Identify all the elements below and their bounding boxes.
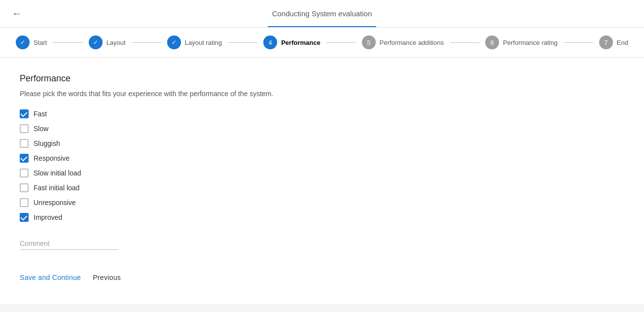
section-title: Performance	[20, 73, 624, 84]
checkbox-list: FastSlowSluggishResponsiveSlow initial l…	[20, 109, 624, 222]
title-underline	[268, 26, 376, 27]
checkbox-item-responsive[interactable]: Responsive	[20, 154, 624, 163]
checkbox-label-fast-initial-load: Fast initial load	[34, 184, 79, 192]
step-7[interactable]: 7End	[599, 35, 628, 49]
checkbox-item-improved[interactable]: Improved	[20, 213, 624, 222]
step-1[interactable]: ✓Start	[16, 35, 47, 49]
checkbox-box-sluggish	[20, 139, 29, 148]
checkbox-label-fast: Fast	[34, 110, 47, 118]
step-connector	[228, 42, 257, 43]
comment-field	[20, 238, 624, 250]
step-circle-1: ✓	[16, 35, 30, 49]
step-connector	[326, 42, 356, 43]
checkbox-box-fast-initial-load	[20, 183, 29, 192]
checkbox-box-fast	[20, 109, 29, 118]
step-connector	[132, 42, 161, 43]
step-circle-5: 5	[362, 35, 376, 49]
checkbox-label-unresponsive: Unresponsive	[34, 199, 76, 207]
checkbox-box-responsive	[20, 154, 29, 163]
step-circle-4: 4	[263, 35, 277, 49]
main-content: Performance Please pick the words that f…	[0, 58, 644, 304]
step-4[interactable]: 4Performance	[263, 35, 320, 49]
step-label-2: Layout	[107, 39, 126, 46]
step-label-4: Performance	[281, 39, 320, 46]
step-circle-7: 7	[599, 35, 613, 49]
previous-button[interactable]: Previous	[93, 270, 121, 285]
checkbox-box-improved	[20, 213, 29, 222]
step-label-5: Performance additions	[380, 39, 444, 46]
top-bar: ← Conducting System evaluation	[0, 0, 644, 28]
step-connector	[564, 42, 593, 43]
checkbox-item-slow[interactable]: Slow	[20, 124, 624, 133]
step-label-3: Layout rating	[185, 39, 222, 46]
checkbox-label-improved: Improved	[34, 213, 62, 221]
step-2[interactable]: ✓Layout	[89, 35, 126, 49]
checkbox-label-slow-initial-load: Slow initial load	[34, 169, 81, 177]
page-title: Conducting System evaluation	[272, 9, 372, 18]
checkbox-label-slow: Slow	[34, 125, 48, 133]
checkbox-label-responsive: Responsive	[34, 154, 70, 162]
save-continue-button[interactable]: Save and Continue	[20, 270, 81, 285]
stepper: ✓Start✓Layout✓Layout rating4Performance5…	[0, 28, 644, 58]
checkbox-item-fast[interactable]: Fast	[20, 109, 624, 118]
step-connector	[450, 42, 479, 43]
checkbox-box-unresponsive	[20, 198, 29, 207]
step-circle-2: ✓	[89, 35, 103, 49]
step-label-1: Start	[34, 39, 47, 46]
checkbox-box-slow	[20, 124, 29, 133]
step-3[interactable]: ✓Layout rating	[167, 35, 222, 49]
bottom-actions: Save and Continue Previous	[20, 266, 624, 285]
checkbox-item-fast-initial-load[interactable]: Fast initial load	[20, 183, 624, 192]
section-description: Please pick the words that fits your exp…	[20, 90, 624, 98]
checkbox-label-sluggish: Sluggish	[34, 139, 60, 147]
comment-input[interactable]	[20, 238, 118, 250]
step-label-6: Performance rating	[503, 39, 558, 46]
step-connector	[53, 42, 82, 43]
checkbox-box-slow-initial-load	[20, 169, 29, 177]
step-label-7: End	[617, 39, 628, 46]
checkbox-item-unresponsive[interactable]: Unresponsive	[20, 198, 624, 207]
step-circle-6: 6	[485, 35, 499, 49]
step-5[interactable]: 5Performance additions	[362, 35, 444, 49]
step-6[interactable]: 6Performance rating	[485, 35, 558, 49]
step-circle-3: ✓	[167, 35, 181, 49]
checkbox-item-sluggish[interactable]: Sluggish	[20, 139, 624, 148]
checkbox-item-slow-initial-load[interactable]: Slow initial load	[20, 169, 624, 177]
back-button[interactable]: ←	[8, 6, 26, 21]
